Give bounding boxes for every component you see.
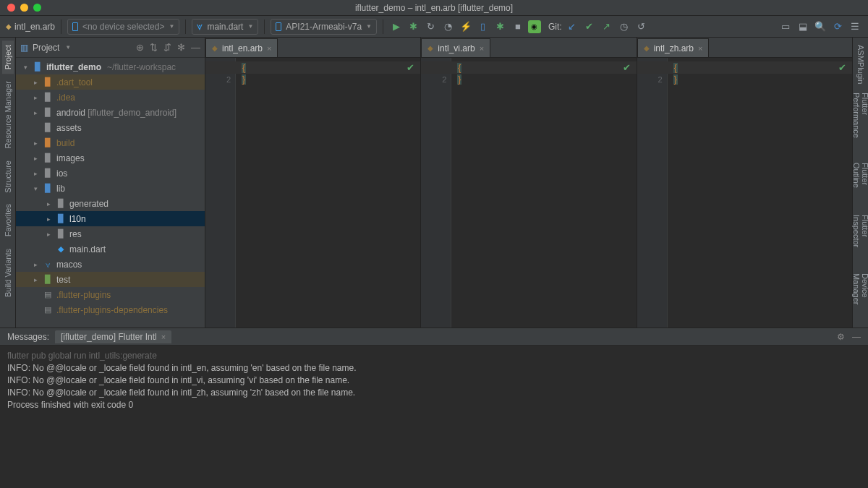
- settings-icon[interactable]: ✻: [177, 42, 185, 53]
- device-mirror-icon[interactable]: ▭: [778, 20, 793, 34]
- project-view-title[interactable]: Project: [33, 43, 59, 53]
- sidebar-tab-project[interactable]: Project: [2, 40, 14, 74]
- sidebar-tab-flutter-performance[interactable]: Flutter Performance: [851, 88, 869, 158]
- tree-folder-generated[interactable]: ▸▉generated: [16, 196, 205, 211]
- tree-file-flutter-plugins-deps[interactable]: ▤.flutter-plugins-dependencies: [16, 302, 205, 317]
- messages-output[interactable]: flutter pub global run intl_utils:genera…: [0, 346, 868, 488]
- folder-icon: ▉: [55, 229, 67, 239]
- coverage-button[interactable]: ↻: [424, 20, 438, 34]
- main-toolbar: ◆ intl_en.arb <no device selected> ▼ ⟇ m…: [0, 16, 868, 38]
- hide-icon[interactable]: —: [191, 42, 200, 53]
- editor-tab-intl-zh[interactable]: ◆intl_zh.arb×: [637, 38, 710, 57]
- editor-body-3[interactable]: 12 { } ✔: [637, 58, 852, 328]
- code-area[interactable]: { } ✔: [451, 58, 636, 328]
- tree-folder-l10n[interactable]: ▸▉l10n: [16, 211, 205, 226]
- tree-folder-build[interactable]: ▸▉build: [16, 135, 205, 150]
- expand-all-icon[interactable]: ⇅: [150, 42, 158, 53]
- hide-icon[interactable]: —: [852, 332, 861, 342]
- editor-tab-intl-vi[interactable]: ◆intl_vi.arb×: [421, 38, 490, 57]
- breadcrumb[interactable]: ◆ intl_en.arb: [6, 22, 55, 32]
- folder-icon: ▉: [42, 153, 54, 163]
- messages-tool-window: Messages: [iflutter_demo] Flutter Intl× …: [0, 328, 868, 488]
- close-window-button[interactable]: [7, 4, 15, 12]
- profile-button[interactable]: ◔: [441, 20, 456, 34]
- settings-icon[interactable]: ☰: [848, 20, 862, 34]
- chevron-down-icon: ▼: [169, 23, 174, 30]
- tree-folder-images[interactable]: ▸▉images: [16, 150, 205, 166]
- inspection-ok-icon[interactable]: ✔: [623, 62, 631, 74]
- settings-icon[interactable]: ⚙: [837, 332, 845, 342]
- messages-tab[interactable]: [iflutter_demo] Flutter Intl×: [55, 330, 171, 343]
- minimize-window-button[interactable]: [20, 4, 28, 12]
- code-area[interactable]: { } ✔: [668, 58, 852, 328]
- folder-icon: ▉: [42, 123, 54, 132]
- device-selector[interactable]: <no device selected> ▼: [67, 19, 179, 35]
- debug-button[interactable]: ✱: [407, 20, 421, 34]
- git-push-button[interactable]: ↗: [600, 20, 614, 34]
- close-tab-icon[interactable]: ×: [480, 44, 484, 53]
- tree-folder-android[interactable]: ▸▉android [iflutter_demo_android]: [16, 105, 205, 120]
- hot-reload-button[interactable]: ⚡: [459, 20, 473, 34]
- close-tab-icon[interactable]: ×: [698, 44, 702, 53]
- sidebar-tab-favorites[interactable]: Favorites: [2, 200, 14, 241]
- emulator-selector[interactable]: API21-Armeabi-v7a ▼: [271, 19, 377, 35]
- git-commit-button[interactable]: ✔: [582, 20, 597, 34]
- folder-icon: ▉: [42, 275, 54, 284]
- tree-root[interactable]: ▾▉iflutter_demo~/flutter-workspac: [16, 59, 205, 74]
- file-icon: ▤: [42, 305, 54, 314]
- chevron-down-icon[interactable]: ▼: [65, 44, 71, 51]
- window-title: iflutter_demo – intl_en.arb [iflutter_de…: [0, 3, 868, 13]
- project-tree[interactable]: ▾▉iflutter_demo~/flutter-workspac ▸▉.dar…: [16, 58, 205, 328]
- run-button[interactable]: ▶: [389, 20, 404, 34]
- folder-icon: ▉: [55, 214, 67, 223]
- sidebar-tab-asmplugin[interactable]: ASMPlugin: [855, 40, 867, 88]
- tree-folder-lib[interactable]: ▾▉lib: [16, 181, 205, 196]
- tree-folder-dart-tool[interactable]: ▸▉.dart_tool: [16, 74, 205, 90]
- collapse-all-icon[interactable]: ⇵: [163, 42, 171, 53]
- close-tab-icon[interactable]: ×: [267, 44, 271, 53]
- sidebar-tab-flutter-outline[interactable]: Flutter Outline: [851, 158, 869, 210]
- editor-area: ◆intl_en.arb× 12 { } ✔ ◆intl_vi.arb× 12 …: [205, 38, 852, 328]
- zoom-window-button[interactable]: [33, 4, 41, 12]
- editor-body-2[interactable]: 12 { } ✔: [421, 58, 636, 328]
- tree-file-main-dart[interactable]: ◆main.dart: [16, 241, 205, 257]
- git-update-button[interactable]: ↙: [565, 20, 579, 34]
- editor-column-3: ◆intl_zh.arb× 12 { } ✔: [637, 38, 852, 328]
- tree-folder-ios[interactable]: ▸▉ios: [16, 166, 205, 181]
- tree-folder-macos[interactable]: ▸⟇macos: [16, 257, 205, 272]
- editor-column-1: ◆intl_en.arb× 12 { } ✔: [205, 38, 421, 328]
- sidebar-tab-structure[interactable]: Structure: [2, 156, 14, 197]
- editor-body-1[interactable]: 12 { } ✔: [205, 58, 420, 328]
- sync-button[interactable]: ⟳: [830, 20, 845, 34]
- sidebar-tab-device-manager[interactable]: Device Manager: [851, 269, 869, 328]
- phone-icon: [276, 22, 281, 31]
- tree-folder-res[interactable]: ▸▉res: [16, 226, 205, 241]
- tree-folder-test[interactable]: ▸▉test: [16, 272, 205, 287]
- tree-folder-idea[interactable]: ▸▉.idea: [16, 90, 205, 105]
- search-everywhere-icon[interactable]: 🔍: [813, 20, 827, 34]
- stop-button[interactable]: ■: [511, 20, 525, 34]
- phone-icon: [72, 22, 78, 31]
- folder-icon: ▉: [32, 62, 43, 72]
- flutter-attach-button[interactable]: ✱: [493, 20, 508, 34]
- code-area[interactable]: { } ✔: [236, 58, 420, 328]
- tree-file-flutter-plugins[interactable]: ▤.flutter-plugins: [16, 287, 205, 302]
- editor-tab-intl-en[interactable]: ◆intl_en.arb×: [205, 38, 278, 57]
- git-rollback-button[interactable]: ↺: [634, 20, 649, 34]
- avd-manager-icon[interactable]: ◉: [528, 20, 541, 33]
- inspection-ok-icon[interactable]: ✔: [407, 62, 414, 74]
- close-tab-icon[interactable]: ×: [161, 333, 166, 341]
- select-opened-icon[interactable]: ⊕: [136, 42, 144, 53]
- run-config-selector[interactable]: ⟇ main.dart ▼: [192, 19, 258, 35]
- inspection-ok-icon[interactable]: ✔: [838, 62, 846, 74]
- sdk-manager-icon[interactable]: ⬓: [796, 20, 810, 34]
- sidebar-tab-resource-manager[interactable]: Resource Manager: [2, 77, 14, 153]
- sidebar-tab-build-variants[interactable]: Build Variants: [2, 244, 14, 301]
- sidebar-tab-flutter-inspector[interactable]: Flutter Inspector: [851, 210, 869, 269]
- folder-icon: ▉: [42, 77, 54, 87]
- gutter: 12: [637, 58, 668, 328]
- tree-folder-assets[interactable]: ▉assets: [16, 120, 205, 135]
- git-history-button[interactable]: ◷: [617, 20, 631, 34]
- attach-button[interactable]: ▯: [476, 20, 490, 34]
- gutter: 12: [421, 58, 451, 328]
